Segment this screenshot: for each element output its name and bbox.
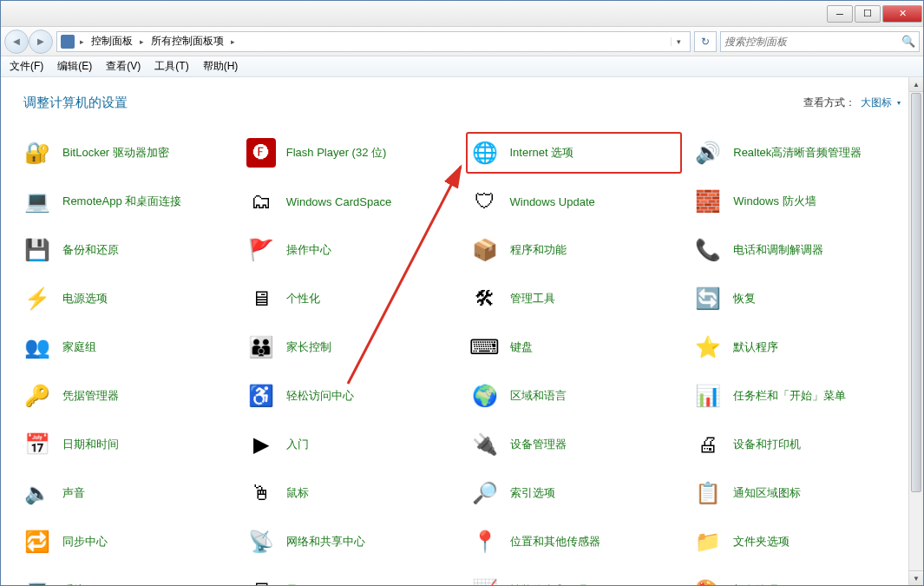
item-sync-center[interactable]: 🔁同步中心: [18, 521, 235, 563]
control-panel-window: ─ ☐ ✕ ◄ ► ▸ 控制面板 ▸ 所有控制面板项 ▸ ▾ ↻ 🔍 文件(F)…: [0, 0, 924, 586]
item-system[interactable]: 💻系统: [18, 570, 235, 585]
item-action-center[interactable]: 🚩操作中心: [242, 229, 459, 271]
item-label: 轻松访问中心: [286, 388, 354, 404]
item-label: 入门: [286, 437, 309, 452]
item-network-sharing[interactable]: 📡网络和共享中心: [242, 521, 459, 563]
realtek-audio-icon: 🔊: [693, 138, 723, 168]
item-getting-started[interactable]: ▶入门: [242, 424, 459, 465]
item-default-programs[interactable]: ⭐默认程序: [689, 326, 906, 368]
search-box[interactable]: 🔍: [720, 31, 920, 52]
scroll-thumb[interactable]: [911, 93, 921, 492]
item-label: 区域和语言: [510, 388, 567, 404]
item-label: 个性化: [286, 291, 320, 306]
scroll-down-button[interactable]: ▼: [909, 570, 923, 585]
ease-of-access-icon: ♿: [246, 381, 276, 411]
view-by-value[interactable]: 大图标: [861, 95, 892, 110]
item-location-sensors[interactable]: 📍位置和其他传感器: [466, 521, 683, 563]
menu-file[interactable]: 文件(F): [4, 57, 49, 76]
item-label: 设备管理器: [510, 437, 567, 452]
refresh-button[interactable]: ↻: [694, 31, 717, 52]
item-remoteapp[interactable]: 💻RemoteApp 和桌面连接: [18, 181, 235, 222]
menu-view[interactable]: 查看(V): [101, 57, 146, 76]
item-cardspace[interactable]: 🗂Windows CardSpace: [242, 181, 459, 222]
minimize-button[interactable]: ─: [827, 5, 853, 23]
address-bar[interactable]: ▸ 控制面板 ▸ 所有控制面板项 ▸ ▾: [56, 31, 691, 52]
item-internet-options[interactable]: 🌐Internet 选项: [466, 132, 683, 174]
menu-edit[interactable]: 编辑(E): [52, 57, 97, 76]
item-label: 凭据管理器: [62, 388, 119, 404]
menu-help[interactable]: 帮助(H): [198, 57, 244, 76]
vertical-scrollbar[interactable]: ▲ ▼: [908, 77, 923, 585]
item-region-language[interactable]: 🌍区域和语言: [466, 375, 683, 417]
backup-restore-icon: 💾: [23, 235, 52, 265]
breadcrumb-chevron[interactable]: ▸: [138, 37, 146, 46]
breadcrumb-chevron[interactable]: ▸: [78, 37, 86, 46]
item-label: 电话和调制解调器: [733, 242, 823, 258]
flash-player-icon: 🅕: [246, 138, 276, 168]
item-backup-restore[interactable]: 💾备份和还原: [18, 229, 235, 271]
item-realtek-audio[interactable]: 🔊Realtek高清晰音频管理器: [689, 132, 906, 174]
item-bitlocker[interactable]: 🔐BitLocker 驱动器加密: [18, 132, 235, 174]
item-display[interactable]: 🖥显示: [242, 570, 459, 585]
item-label: 设备和打印机: [733, 437, 801, 452]
view-by-label: 查看方式：: [803, 95, 855, 110]
item-label: Windows Update: [510, 195, 595, 208]
indexing-options-icon: 🔎: [470, 478, 500, 508]
menu-tools[interactable]: 工具(T): [149, 57, 193, 76]
item-label: 索引选项: [510, 485, 555, 501]
internet-options-icon: 🌐: [470, 138, 500, 168]
credential-manager-icon: 🔑: [23, 381, 52, 411]
item-label: Windows 防火墙: [733, 194, 816, 209]
maximize-button[interactable]: ☐: [855, 5, 881, 23]
view-by-dropdown-icon[interactable]: ▾: [897, 99, 901, 107]
search-icon[interactable]: 🔍: [901, 35, 915, 48]
item-color-management[interactable]: 🎨颜色管理: [689, 570, 906, 585]
remoteapp-icon: 💻: [23, 187, 52, 216]
item-keyboard[interactable]: ⌨键盘: [466, 326, 683, 368]
item-date-time[interactable]: 📅日期和时间: [18, 424, 235, 465]
item-label: 同步中心: [62, 534, 108, 550]
item-mouse[interactable]: 🖱鼠标: [242, 472, 459, 514]
recovery-icon: 🔄: [693, 284, 723, 313]
address-dropdown[interactable]: ▾: [671, 37, 686, 46]
item-phone-modem[interactable]: 📞电话和调制解调器: [689, 229, 906, 271]
item-personalization[interactable]: 🖥个性化: [242, 278, 459, 319]
item-programs-features[interactable]: 📦程序和功能: [466, 229, 683, 271]
breadcrumb-seg-1[interactable]: 所有控制面板项: [149, 34, 226, 49]
close-button[interactable]: ✕: [882, 5, 922, 23]
item-parental-controls[interactable]: 👪家长控制: [242, 326, 459, 368]
item-devices-printers[interactable]: 🖨设备和打印机: [689, 424, 906, 465]
windows-firewall-icon: 🧱: [693, 187, 723, 216]
power-options-icon: ⚡: [23, 284, 52, 313]
item-performance-info[interactable]: 📈性能信息和工具: [466, 570, 683, 585]
programs-features-icon: 📦: [470, 235, 500, 265]
item-label: 显示: [286, 583, 309, 585]
item-device-manager[interactable]: 🔌设备管理器: [466, 424, 683, 465]
item-power-options[interactable]: ⚡电源选项: [18, 278, 235, 319]
item-label: 位置和其他传感器: [510, 534, 600, 550]
back-button[interactable]: ◄: [4, 30, 29, 54]
item-notification-area[interactable]: 📋通知区域图标: [689, 472, 906, 514]
item-label: 文件夹选项: [733, 534, 790, 550]
item-recovery[interactable]: 🔄恢复: [689, 278, 906, 319]
item-credential-manager[interactable]: 🔑凭据管理器: [18, 375, 235, 417]
item-folder-options[interactable]: 📁文件夹选项: [689, 521, 906, 563]
menu-bar: 文件(F) 编辑(E) 查看(V) 工具(T) 帮助(H): [1, 56, 923, 77]
scroll-up-button[interactable]: ▲: [909, 77, 923, 92]
item-flash-player[interactable]: 🅕Flash Player (32 位): [242, 132, 459, 174]
item-sound[interactable]: 🔈声音: [18, 472, 235, 514]
devices-printers-icon: 🖨: [693, 430, 723, 459]
forward-button[interactable]: ►: [29, 30, 53, 54]
search-input[interactable]: [724, 36, 901, 48]
phone-modem-icon: 📞: [693, 235, 723, 265]
item-admin-tools[interactable]: 🛠管理工具: [466, 278, 683, 319]
item-indexing-options[interactable]: 🔎索引选项: [466, 472, 683, 514]
item-windows-firewall[interactable]: 🧱Windows 防火墙: [689, 181, 906, 222]
personalization-icon: 🖥: [246, 284, 276, 313]
breadcrumb-chevron[interactable]: ▸: [229, 37, 237, 46]
item-taskbar-start[interactable]: 📊任务栏和「开始」菜单: [689, 375, 906, 417]
item-windows-update[interactable]: 🛡Windows Update: [466, 181, 683, 222]
item-ease-of-access[interactable]: ♿轻松访问中心: [242, 375, 459, 417]
item-homegroup[interactable]: 👥家庭组: [18, 326, 235, 368]
breadcrumb-seg-0[interactable]: 控制面板: [89, 34, 134, 49]
